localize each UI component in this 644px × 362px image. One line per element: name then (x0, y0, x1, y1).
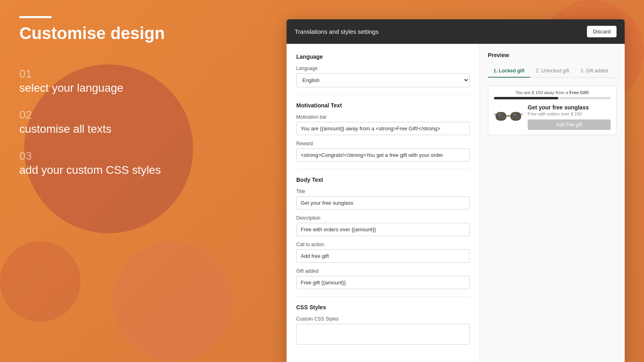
reward-input[interactable] (296, 148, 470, 162)
product-image (494, 105, 523, 129)
gift-added-field-group: Gift added (296, 268, 470, 289)
divider-2 (296, 169, 470, 169)
step-3: 03 add your custom CSS styles (19, 149, 237, 177)
product-name: Get your free sunglass (528, 104, 611, 111)
preview-product-row: Get your free sunglass Free with orders … (488, 99, 616, 135)
bg-circle-4 (0, 241, 80, 322)
css-field-group: Custom CSS Styles (296, 316, 470, 346)
reward-field-group: Reward (296, 141, 470, 162)
tab-unlocked-gift[interactable]: 2. Unlocked gift (530, 65, 575, 78)
description-input[interactable] (296, 223, 470, 236)
step-1: 01 select your language (19, 67, 237, 95)
modal: Translations and styles settings Discard… (287, 19, 625, 362)
gift-added-label: Gift added (296, 268, 470, 274)
language-section-title: Language (296, 53, 470, 60)
svg-rect-10 (510, 116, 511, 117)
css-label: Custom CSS Styles (296, 316, 470, 322)
title-field-group: Title (296, 189, 470, 210)
sunglasses-icon (494, 107, 522, 127)
divider-3 (296, 296, 470, 297)
svg-rect-9 (506, 116, 507, 117)
tab-locked-gift[interactable]: 1. Locked gift (488, 65, 530, 78)
modal-header: Translations and styles settings Discard (287, 19, 625, 44)
page-title: Customise design (19, 24, 237, 43)
step-2-label: customise all texts (19, 122, 237, 136)
motivation-bar-input[interactable] (296, 122, 470, 135)
gift-added-input[interactable] (296, 276, 470, 289)
preview-panel: Preview 1. Locked gift 2. Unlocked gift … (480, 44, 625, 362)
bg-circle-2 (113, 241, 233, 362)
svg-line-6 (521, 114, 522, 115)
reward-label: Reward (296, 141, 470, 146)
language-field-group: Language English French German Spanish (296, 66, 470, 87)
motivation-bar-field-group: Motivation bar (296, 114, 470, 135)
step-2: 02 customise all texts (19, 108, 237, 136)
preview-card: You are $ 150 away from a Free Gift! (488, 86, 617, 135)
product-info: Get your free sunglass Free with orders … (528, 104, 611, 130)
product-desc: Free with orders over $ 150 (528, 111, 611, 116)
title-input[interactable] (296, 196, 470, 210)
step-1-label: select your language (19, 81, 237, 95)
svg-line-5 (494, 114, 496, 115)
css-section-title: CSS Styles (296, 304, 470, 311)
left-panel: Customise design 01 select your language… (19, 16, 237, 190)
tab-gift-added[interactable]: 3. Gift added (575, 65, 614, 78)
svg-point-7 (498, 113, 501, 115)
step-3-number: 03 (19, 149, 237, 163)
form-panel: Language Language English French German … (287, 44, 480, 362)
step-2-number: 02 (19, 108, 237, 122)
description-label: Description (296, 215, 470, 221)
description-field-group: Description (296, 215, 470, 236)
language-label: Language (296, 66, 470, 71)
add-gift-button[interactable]: Add free gift (528, 119, 611, 130)
svg-rect-0 (507, 115, 510, 117)
top-line-decoration (19, 16, 52, 18)
preview-title: Preview (488, 52, 617, 58)
title-label: Title (296, 189, 470, 194)
progress-text: You are $ 150 away from a Free Gift! (494, 90, 611, 95)
motivational-section-title: Motivational Text (296, 102, 470, 109)
discard-button[interactable]: Discard (587, 26, 617, 37)
cta-input[interactable] (296, 249, 470, 263)
preview-tabs: 1. Locked gift 2. Unlocked gift 3. Gift … (488, 65, 617, 78)
modal-body: Language Language English French German … (287, 44, 625, 362)
language-select[interactable]: English French German Spanish (296, 73, 470, 87)
cta-field-group: Call to action (296, 242, 470, 263)
svg-point-8 (513, 113, 516, 115)
step-1-number: 01 (19, 67, 237, 81)
cta-label: Call to action (296, 242, 470, 247)
modal-title: Translations and styles settings (295, 28, 379, 35)
step-3-label: add your custom CSS styles (19, 163, 237, 177)
divider-1 (296, 95, 470, 95)
motivation-bar-label: Motivation bar (296, 114, 470, 120)
css-textarea[interactable] (296, 324, 470, 345)
body-text-section-title: Body Text (296, 177, 470, 183)
progress-bar-area: You are $ 150 away from a Free Gift! (488, 86, 616, 99)
